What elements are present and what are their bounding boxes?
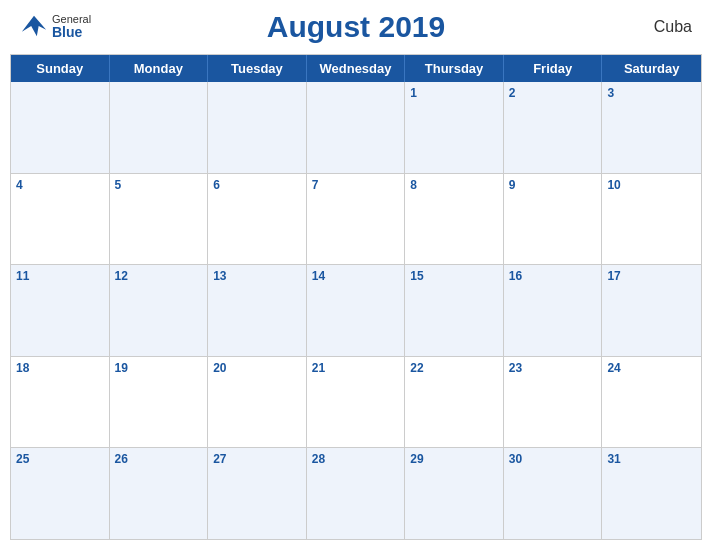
day-cell: 9 [504, 174, 603, 265]
day-cell: 28 [307, 448, 406, 539]
day-cell: 11 [11, 265, 110, 356]
day-cell: 19 [110, 357, 209, 448]
calendar-header: General Blue August 2019 Cuba [0, 0, 712, 54]
day-number: 12 [115, 269, 128, 283]
day-header-friday: Friday [504, 55, 603, 82]
day-cell: 29 [405, 448, 504, 539]
day-header-tuesday: Tuesday [208, 55, 307, 82]
day-number: 5 [115, 178, 122, 192]
day-number: 10 [607, 178, 620, 192]
day-header-monday: Monday [110, 55, 209, 82]
day-number: 31 [607, 452, 620, 466]
svg-marker-0 [22, 16, 46, 37]
day-headers-row: SundayMondayTuesdayWednesdayThursdayFrid… [11, 55, 701, 82]
day-cell: 23 [504, 357, 603, 448]
calendar-grid: SundayMondayTuesdayWednesdayThursdayFrid… [10, 54, 702, 540]
day-cell: 6 [208, 174, 307, 265]
day-cell: 30 [504, 448, 603, 539]
day-number: 2 [509, 86, 516, 100]
day-number: 17 [607, 269, 620, 283]
day-cell: 17 [602, 265, 701, 356]
day-cell [11, 82, 110, 173]
country-label: Cuba [654, 18, 692, 36]
day-number: 13 [213, 269, 226, 283]
day-number: 9 [509, 178, 516, 192]
day-cell: 7 [307, 174, 406, 265]
day-number: 6 [213, 178, 220, 192]
day-number: 23 [509, 361, 522, 375]
day-number: 3 [607, 86, 614, 100]
day-cell [110, 82, 209, 173]
day-number: 11 [16, 269, 29, 283]
day-number: 15 [410, 269, 423, 283]
day-number: 25 [16, 452, 29, 466]
day-number: 20 [213, 361, 226, 375]
day-number: 1 [410, 86, 417, 100]
day-cell: 21 [307, 357, 406, 448]
day-cell [307, 82, 406, 173]
logo-bird-icon [20, 13, 48, 41]
day-cell: 20 [208, 357, 307, 448]
day-number: 7 [312, 178, 319, 192]
day-cell: 3 [602, 82, 701, 173]
day-header-saturday: Saturday [602, 55, 701, 82]
day-cell: 2 [504, 82, 603, 173]
day-number: 29 [410, 452, 423, 466]
day-cell: 16 [504, 265, 603, 356]
day-number: 14 [312, 269, 325, 283]
day-cell: 25 [11, 448, 110, 539]
day-cell: 4 [11, 174, 110, 265]
week-row: 18192021222324 [11, 357, 701, 449]
day-number: 28 [312, 452, 325, 466]
day-cell: 27 [208, 448, 307, 539]
day-header-thursday: Thursday [405, 55, 504, 82]
day-number: 30 [509, 452, 522, 466]
day-number: 26 [115, 452, 128, 466]
day-number: 22 [410, 361, 423, 375]
day-cell: 15 [405, 265, 504, 356]
day-cell: 18 [11, 357, 110, 448]
day-cell: 1 [405, 82, 504, 173]
day-cell: 8 [405, 174, 504, 265]
day-number: 18 [16, 361, 29, 375]
day-number: 21 [312, 361, 325, 375]
day-number: 19 [115, 361, 128, 375]
day-number: 24 [607, 361, 620, 375]
day-cell: 24 [602, 357, 701, 448]
calendar-weeks: 1234567891011121314151617181920212223242… [11, 82, 701, 539]
day-cell: 14 [307, 265, 406, 356]
day-number: 8 [410, 178, 417, 192]
week-row: 11121314151617 [11, 265, 701, 357]
day-cell: 26 [110, 448, 209, 539]
day-header-wednesday: Wednesday [307, 55, 406, 82]
calendar-title: August 2019 [267, 10, 445, 44]
week-row: 25262728293031 [11, 448, 701, 539]
week-row: 45678910 [11, 174, 701, 266]
day-cell: 22 [405, 357, 504, 448]
logo-text: General Blue [52, 13, 91, 40]
day-cell: 31 [602, 448, 701, 539]
day-number: 4 [16, 178, 23, 192]
day-cell: 13 [208, 265, 307, 356]
day-header-sunday: Sunday [11, 55, 110, 82]
day-cell: 10 [602, 174, 701, 265]
day-cell: 5 [110, 174, 209, 265]
day-number: 16 [509, 269, 522, 283]
logo: General Blue [20, 13, 91, 41]
week-row: 123 [11, 82, 701, 174]
day-number: 27 [213, 452, 226, 466]
logo-blue: Blue [52, 25, 91, 40]
day-cell [208, 82, 307, 173]
day-cell: 12 [110, 265, 209, 356]
